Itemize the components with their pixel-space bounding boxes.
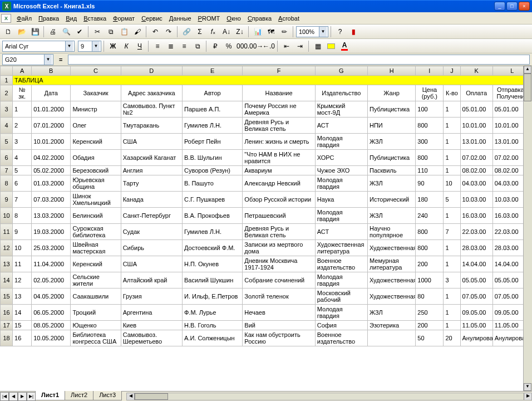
select-all-button[interactable] xyxy=(1,66,13,76)
table-row[interactable]: 9707.03.2000Шинок ХмельницкийКанадаС.Г. … xyxy=(1,192,532,208)
row-header[interactable]: 4 xyxy=(1,118,13,134)
cell[interactable]: 12 xyxy=(13,272,32,288)
table-row[interactable]: 161406.05.2000ТроцкийАргентинаФ.М. Лурье… xyxy=(1,305,532,321)
cell[interactable]: Паршев А.П. xyxy=(183,101,243,118)
sheet-tab-Лист1[interactable]: Лист1 xyxy=(35,391,65,400)
cell[interactable]: А.И. Солженицын xyxy=(183,330,243,346)
cell[interactable]: Эзотерика xyxy=(368,321,416,330)
cell[interactable]: 06.05.2000 xyxy=(32,305,71,321)
scroll-up-icon[interactable]: ▲ xyxy=(524,66,531,74)
cell[interactable]: Анулирован xyxy=(460,330,492,346)
row-header[interactable]: 10 xyxy=(1,208,13,224)
column-header-K[interactable]: K xyxy=(460,66,492,76)
cell[interactable]: 1 xyxy=(444,118,460,134)
scroll-down-icon[interactable]: ▼ xyxy=(524,383,531,391)
cell[interactable]: 2 xyxy=(13,118,32,134)
cell[interactable]: 10.01.2000 xyxy=(32,134,71,150)
row-header[interactable]: 17 xyxy=(1,321,13,330)
align-center-icon[interactable]: ≣ xyxy=(165,40,177,52)
cell[interactable]: 100 xyxy=(416,101,444,118)
cell[interactable]: 1 xyxy=(444,208,460,224)
column-label[interactable]: Жанр xyxy=(368,85,416,101)
cell[interactable]: ЖЗЛ xyxy=(368,134,416,150)
cell[interactable]: Киев xyxy=(121,321,182,330)
cell[interactable]: Ющенко xyxy=(71,321,121,330)
row-header[interactable]: 14 xyxy=(1,272,13,288)
cell[interactable]: 04.02.2000 xyxy=(32,150,71,166)
cell[interactable]: Древняя Русь и Великая степь xyxy=(243,224,315,240)
align-right-icon[interactable]: ≡ xyxy=(178,40,190,52)
print-preview-icon[interactable]: 🔍 xyxy=(60,26,72,38)
cell[interactable]: 9 xyxy=(13,224,32,240)
zoom-input[interactable] xyxy=(297,27,319,37)
cell[interactable]: Военное издательство xyxy=(315,330,367,346)
grid[interactable]: ABCDEFGHIJKL 1ТАБЛИЦА2№ зк.ДатаЗаказчикА… xyxy=(0,66,532,346)
menu-файл[interactable]: Файл xyxy=(13,14,35,23)
merge-center-icon[interactable]: ⧉ xyxy=(191,40,204,52)
column-label[interactable]: Название xyxy=(243,85,315,101)
print-icon[interactable]: 🖨 xyxy=(47,26,59,38)
cell[interactable]: Судак xyxy=(121,224,182,240)
cell[interactable]: Древняя Русь и Великая степь xyxy=(243,118,315,134)
cell[interactable]: 16 xyxy=(13,330,32,346)
pdf-icon[interactable]: ▮ xyxy=(347,26,359,38)
cell[interactable]: 11.05.00 xyxy=(460,321,492,330)
cell[interactable]: Художественная xyxy=(368,288,416,305)
cell[interactable]: Публицистика xyxy=(368,101,416,118)
cell[interactable]: 07.03.2000 xyxy=(32,192,71,208)
cell[interactable]: Художественная xyxy=(368,272,416,288)
format-painter-icon[interactable]: 🖌 xyxy=(131,26,144,38)
cell[interactable]: 13.03.2000 xyxy=(32,208,71,224)
cell[interactable]: 02.05.2000 xyxy=(32,272,71,288)
cell[interactable]: Художественная xyxy=(368,240,416,256)
cell[interactable]: 14.04.00 xyxy=(460,256,492,272)
close-button[interactable]: × xyxy=(519,2,530,11)
cell[interactable]: Военное издательство xyxy=(315,256,367,272)
align-left-icon[interactable]: ≡ xyxy=(151,40,164,52)
cell[interactable]: 1 xyxy=(444,101,460,118)
cell[interactable]: ЖЗЛ xyxy=(368,305,416,321)
menu-справка[interactable]: Справка xyxy=(244,14,275,23)
column-label[interactable]: Издательство xyxy=(315,85,367,101)
table-row[interactable]: 141202.05.2000Сельские жителиАлтайский к… xyxy=(1,272,532,288)
cell[interactable]: Почему Россия не Америка xyxy=(243,101,315,118)
cell[interactable]: В. Пашуто xyxy=(183,175,243,192)
cell[interactable]: Хазарский Каганат xyxy=(121,150,182,166)
cell[interactable]: 11 xyxy=(13,256,32,272)
help-icon[interactable]: ? xyxy=(334,26,346,38)
increase-decimal-icon[interactable]: .00→ xyxy=(249,40,262,52)
cell[interactable]: Мемурная литература xyxy=(368,256,416,272)
sheet-tab-Лист2[interactable]: Лист2 xyxy=(65,391,93,400)
table-row[interactable]: 171508.05.2000ЮщенкоКиевН.В. ГогольВийСо… xyxy=(1,321,532,330)
cell[interactable]: Роберт Пейн xyxy=(183,134,243,150)
dropdown-arrow-icon[interactable]: ▼ xyxy=(44,55,52,65)
column-header-F[interactable]: F xyxy=(243,66,315,76)
cell[interactable]: 16.03.00 xyxy=(460,208,492,224)
cell[interactable]: Нечаев xyxy=(243,305,315,321)
table-row[interactable]: 151304.05.2000СаакашвилиГрузияИ. Ильф, Е… xyxy=(1,288,532,305)
cell[interactable]: Вий xyxy=(243,321,315,330)
cell[interactable]: Тмутаракань xyxy=(121,118,182,134)
open-icon[interactable]: 📂 xyxy=(16,26,28,38)
cell[interactable]: 6 xyxy=(13,175,32,192)
cell[interactable]: 07.05.00 xyxy=(460,288,492,305)
cell[interactable]: Сельские жители xyxy=(71,272,121,288)
column-header-D[interactable]: D xyxy=(121,66,182,76)
column-header-A[interactable]: A xyxy=(13,66,32,76)
undo-icon[interactable]: ↶ xyxy=(149,26,161,38)
comma-icon[interactable]: 000 xyxy=(236,40,248,52)
function-icon[interactable]: fₓ xyxy=(207,26,219,38)
cell[interactable]: 13.01.00 xyxy=(460,134,492,150)
cell[interactable]: Грузия xyxy=(121,288,182,305)
cell[interactable]: 5 xyxy=(444,192,460,208)
cell[interactable]: НПИ xyxy=(368,118,416,134)
cell[interactable]: 20 xyxy=(444,330,460,346)
cell[interactable]: 19.03.2000 xyxy=(32,224,71,240)
cell[interactable]: 1 xyxy=(444,134,460,150)
font-color-icon[interactable]: A xyxy=(338,40,351,52)
currency-icon[interactable]: ₽ xyxy=(209,40,221,52)
cell[interactable]: 800 xyxy=(416,150,444,166)
cell[interactable]: Сурожская библиотека xyxy=(71,224,121,240)
cell[interactable]: 10 xyxy=(13,240,32,256)
cell[interactable]: 05.05.00 xyxy=(460,272,492,288)
